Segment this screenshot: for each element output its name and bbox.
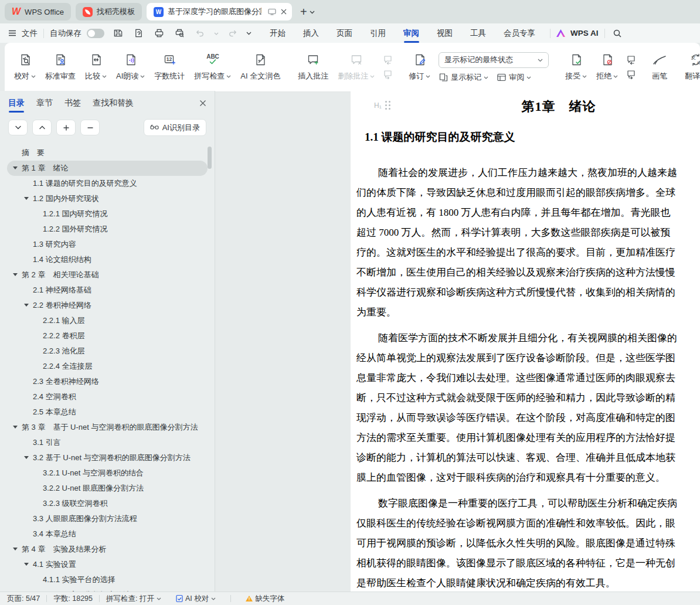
- close-sidebar-icon[interactable]: [199, 100, 206, 107]
- ai-proofread-status[interactable]: AI 校对: [176, 594, 216, 604]
- session-share-icon[interactable]: [268, 8, 276, 15]
- menu-tab[interactable]: 会员专享: [495, 23, 544, 43]
- collapse-arrow-icon[interactable]: [24, 531, 33, 538]
- sidebar-tab[interactable]: 查找和替换: [93, 91, 134, 115]
- toc-item[interactable]: 2.2.1 输入层: [7, 313, 208, 328]
- collapse-arrow-icon[interactable]: [24, 287, 33, 294]
- word-count-indicator[interactable]: 字数: 18295: [53, 594, 93, 604]
- toc-item[interactable]: 1.3 研究内容: [7, 237, 208, 252]
- toc-item[interactable]: 第 2 章 相关理论基础: [7, 267, 208, 283]
- show-markup-button[interactable]: 显示标记: [439, 72, 488, 83]
- collapse-arrow-icon[interactable]: [13, 149, 22, 157]
- collapse-arrow-icon[interactable]: [24, 302, 33, 309]
- toc-item[interactable]: 2.3 全卷积神经网络: [7, 374, 208, 389]
- ai-polish-button[interactable]: AI 全文润色: [236, 53, 285, 81]
- previous-comment-button[interactable]: [382, 55, 393, 64]
- collapse-all-button[interactable]: [80, 120, 100, 135]
- collapse-arrow-icon[interactable]: [24, 561, 33, 568]
- toc-item[interactable]: 3.4 本章总结: [7, 526, 208, 542]
- accept-change-button[interactable]: 接受: [560, 53, 592, 81]
- toc-item[interactable]: 1.2 国内外研究现状: [7, 191, 208, 206]
- hamburger-menu-icon[interactable]: [8, 30, 16, 36]
- page-indicator[interactable]: 页面: 5/47: [7, 594, 40, 604]
- next-comment-button[interactable]: [382, 70, 393, 79]
- sidebar-tab[interactable]: 书签: [64, 91, 81, 115]
- export-pdf-icon[interactable]: [132, 27, 145, 39]
- reject-change-button[interactable]: 拒绝: [592, 53, 623, 81]
- menu-tab[interactable]: 页面: [328, 23, 361, 43]
- spell-check-button[interactable]: ABC 拼写检查: [189, 53, 236, 81]
- menu-tab[interactable]: 视图: [428, 23, 461, 43]
- collapse-arrow-icon[interactable]: [34, 348, 43, 355]
- save-icon[interactable]: [111, 27, 125, 39]
- menu-tab[interactable]: 开始: [261, 23, 294, 43]
- collapse-arrow-icon[interactable]: [34, 210, 43, 217]
- redo-icon[interactable]: [226, 27, 239, 39]
- print-preview-icon[interactable]: [173, 27, 186, 39]
- compare-button[interactable]: 比较: [80, 53, 111, 81]
- spell-check-status[interactable]: 拼写检查: 打开: [106, 594, 161, 604]
- autosave-toggle[interactable]: [87, 29, 104, 38]
- collapse-arrow-icon[interactable]: [34, 226, 43, 233]
- menu-tab[interactable]: 插入: [294, 23, 328, 43]
- toc-item[interactable]: 2.2.2 卷积层: [7, 328, 208, 344]
- file-menu[interactable]: 文件: [22, 28, 38, 39]
- proofread-button[interactable]: 校对: [9, 53, 40, 81]
- insert-comment-button[interactable]: 插入批注: [293, 53, 333, 81]
- toc-item[interactable]: 3.2.3 级联空洞卷积: [7, 496, 208, 511]
- collapse-arrow-icon[interactable]: [13, 424, 22, 431]
- ai-read-aloud-button[interactable]: AI朗读: [111, 53, 149, 81]
- heading-level-marker[interactable]: H₁: [374, 101, 390, 110]
- toc-item[interactable]: 4.1 实验设置: [7, 557, 208, 572]
- print-icon[interactable]: [152, 27, 166, 39]
- toc-item[interactable]: 摘 要: [7, 145, 208, 161]
- undo-icon[interactable]: [193, 27, 207, 39]
- toc-item[interactable]: 2.2.4 全连接层: [7, 359, 208, 374]
- collapse-arrow-icon[interactable]: [24, 393, 33, 400]
- collapse-arrow-icon[interactable]: [24, 409, 33, 416]
- sidebar-scrollbar[interactable]: [208, 147, 212, 169]
- collapse-arrow-icon[interactable]: [24, 515, 33, 522]
- collapse-arrow-icon[interactable]: [34, 500, 43, 507]
- collapse-arrow-icon[interactable]: [34, 332, 43, 339]
- drag-handle-icon[interactable]: [385, 101, 390, 110]
- collapse-arrow-icon[interactable]: [24, 180, 33, 187]
- sidebar-tab[interactable]: 目录: [8, 91, 25, 115]
- expand-heading-button[interactable]: [8, 120, 28, 135]
- collapse-arrow-icon[interactable]: [24, 195, 33, 202]
- search-icon[interactable]: [612, 28, 623, 39]
- ink-brush-button[interactable]: 画笔: [647, 53, 672, 81]
- toc-item[interactable]: 4.1.1 实验平台的选择: [7, 572, 208, 587]
- toc-item[interactable]: 2.5 本章总结: [7, 405, 208, 420]
- toc-item[interactable]: 3.1 引言: [7, 435, 208, 450]
- toc-item[interactable]: 第 3 章 基于 U-net 与空洞卷积的眼底图像分割方法: [7, 420, 208, 435]
- menu-tab[interactable]: 引用: [361, 23, 395, 43]
- track-changes-button[interactable]: 修订: [404, 53, 435, 81]
- collapse-arrow-icon[interactable]: [34, 576, 43, 583]
- collapse-arrow-icon[interactable]: [24, 241, 33, 248]
- toc-item[interactable]: 3.2 基于 U-net 与空洞卷积的眼底图像分割方法: [7, 450, 208, 465]
- toc-item[interactable]: 3.3 人眼眼底图像分割方法流程: [7, 511, 208, 526]
- toc-item[interactable]: 3.2.1 U-net 与空洞卷积的结合: [7, 465, 208, 481]
- markup-state-select[interactable]: 显示标记的最终状态: [439, 52, 549, 68]
- menu-tab[interactable]: 工具: [461, 23, 495, 43]
- toc-item[interactable]: 1.2.2 国外研究情况: [7, 222, 208, 237]
- undo-dropdown-icon[interactable]: [214, 32, 219, 35]
- delete-comment-button[interactable]: 删除批注: [333, 53, 379, 81]
- toc-item[interactable]: 2.4 空洞卷积: [7, 389, 208, 405]
- wps-ai-button[interactable]: WPS AI: [556, 29, 599, 38]
- toc-item[interactable]: 1.1 课题的研究目的及研究意义: [7, 176, 208, 191]
- collapse-arrow-icon[interactable]: [24, 256, 33, 263]
- collapse-arrow-icon[interactable]: [13, 165, 22, 172]
- collapse-arrow-icon[interactable]: [24, 378, 33, 385]
- collapse-arrow-icon[interactable]: [34, 470, 43, 477]
- tab-list-dropdown-icon[interactable]: [310, 10, 315, 14]
- toc-item[interactable]: 2.1 神经网络基础: [7, 283, 208, 298]
- next-change-button[interactable]: [626, 70, 636, 79]
- standard-review-button[interactable]: 标准审查: [40, 53, 80, 81]
- toc-item[interactable]: 1.2.1 国内研究情况: [7, 206, 208, 222]
- toc-item[interactable]: 3.2.2 U-net 眼底图像分割方法: [7, 481, 208, 496]
- sidebar-tab[interactable]: 章节: [36, 91, 53, 115]
- collapse-arrow-icon[interactable]: [34, 485, 43, 492]
- collapse-arrow-icon[interactable]: [24, 454, 33, 461]
